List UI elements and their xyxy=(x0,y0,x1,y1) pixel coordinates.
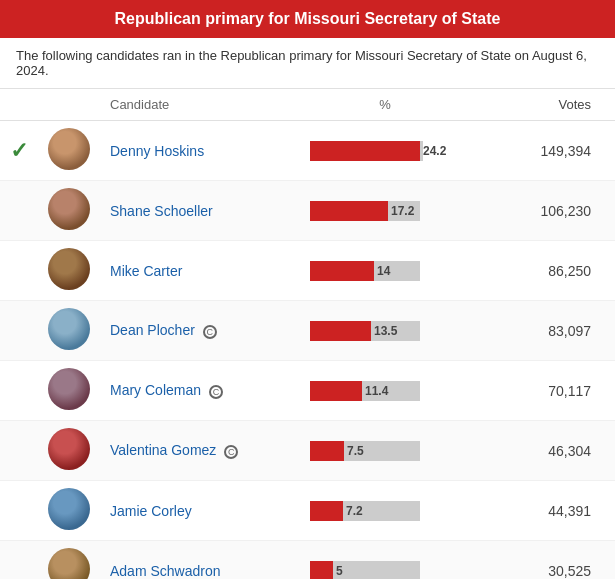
page-header: Republican primary for Missouri Secretar… xyxy=(0,0,615,38)
winner-check-cell xyxy=(0,481,38,541)
pct-cell: 7.2 xyxy=(300,481,470,541)
pct-label: 5 xyxy=(336,564,343,578)
pct-cell: 7.5 xyxy=(300,421,470,481)
votes-cell: 106,230 xyxy=(470,181,615,241)
candidate-name-cell: Dean Plocher C xyxy=(100,301,300,361)
table-row: Mary Coleman C 11.4 70,117 xyxy=(0,361,615,421)
col-header-avatar xyxy=(38,89,100,121)
bar-wrap: 5 xyxy=(310,561,450,580)
pct-cell: 13.5 xyxy=(300,301,470,361)
candidate-name-link[interactable]: Dean Plocher xyxy=(110,322,195,338)
pct-label: 7.5 xyxy=(347,444,364,458)
table-row: Dean Plocher C 13.5 83,097 xyxy=(0,301,615,361)
candidate-name-link[interactable]: Mike Carter xyxy=(110,263,182,279)
bar-red xyxy=(310,561,333,580)
header-title: Republican primary for Missouri Secretar… xyxy=(115,10,501,27)
bar-wrap: 7.2 xyxy=(310,501,450,521)
candidate-name-cell: Mike Carter xyxy=(100,241,300,301)
candidate-avatar-cell xyxy=(38,481,100,541)
votes-cell: 149,394 xyxy=(470,121,615,181)
candidate-name-cell: Shane Schoeller xyxy=(100,181,300,241)
pct-label: 11.4 xyxy=(365,384,388,398)
bar-gray: 7.2 xyxy=(343,501,420,521)
avatar xyxy=(48,128,90,170)
table-row: Adam Schwadron 5 30,525 xyxy=(0,541,615,580)
pct-label: 17.2 xyxy=(391,204,414,218)
bar-wrap: 17.2 xyxy=(310,201,450,221)
bar-gray: 17.2 xyxy=(388,201,420,221)
candidate-name-cell: Denny Hoskins xyxy=(100,121,300,181)
candidate-name-cell: Jamie Corley xyxy=(100,481,300,541)
candidate-name-cell: Adam Schwadron xyxy=(100,541,300,580)
avatar xyxy=(48,488,90,530)
votes-cell: 46,304 xyxy=(470,421,615,481)
winner-check-cell xyxy=(0,541,38,580)
incumbent-icon: C xyxy=(203,325,217,339)
bar-red xyxy=(310,201,388,221)
winner-check-cell xyxy=(0,181,38,241)
pct-cell: 17.2 xyxy=(300,181,470,241)
avatar xyxy=(48,548,90,579)
candidate-avatar-cell xyxy=(38,181,100,241)
bar-wrap: 24.2 xyxy=(310,141,450,161)
bar-gray: 5 xyxy=(333,561,420,580)
candidate-name-cell: Mary Coleman C xyxy=(100,361,300,421)
bar-wrap: 11.4 xyxy=(310,381,450,401)
pct-label: 13.5 xyxy=(374,324,397,338)
bar-gray: 24.2 xyxy=(420,141,423,161)
results-table: Candidate % Votes ✓Denny Hoskins 24.2 14… xyxy=(0,89,615,579)
avatar xyxy=(48,428,90,470)
candidate-avatar-cell xyxy=(38,541,100,580)
bar-red xyxy=(310,381,362,401)
votes-cell: 83,097 xyxy=(470,301,615,361)
candidate-name-cell: Valentina Gomez C xyxy=(100,421,300,481)
bar-gray: 11.4 xyxy=(362,381,420,401)
bar-gray: 13.5 xyxy=(371,321,420,341)
candidate-avatar-cell xyxy=(38,121,100,181)
pct-label: 24.2 xyxy=(423,144,446,158)
bar-gray: 14 xyxy=(374,261,420,281)
candidate-name-link[interactable]: Adam Schwadron xyxy=(110,563,221,579)
col-header-candidate: Candidate xyxy=(100,89,300,121)
bar-wrap: 13.5 xyxy=(310,321,450,341)
candidate-name-link[interactable]: Shane Schoeller xyxy=(110,203,213,219)
page-description: The following candidates ran in the Repu… xyxy=(0,38,615,89)
winner-check-cell xyxy=(0,241,38,301)
table-row: Shane Schoeller 17.2 106,230 xyxy=(0,181,615,241)
table-row: Valentina Gomez C 7.5 46,304 xyxy=(0,421,615,481)
candidate-name-link[interactable]: Mary Coleman xyxy=(110,382,201,398)
candidate-avatar-cell xyxy=(38,361,100,421)
votes-cell: 30,525 xyxy=(470,541,615,580)
pct-cell: 5 xyxy=(300,541,470,580)
col-header-check xyxy=(0,89,38,121)
winner-check-cell: ✓ xyxy=(0,121,38,181)
pct-cell: 24.2 xyxy=(300,121,470,181)
bar-wrap: 7.5 xyxy=(310,441,450,461)
pct-cell: 14 xyxy=(300,241,470,301)
bar-gray: 7.5 xyxy=(344,441,420,461)
pct-label: 14 xyxy=(377,264,390,278)
candidate-name-link[interactable]: Denny Hoskins xyxy=(110,143,204,159)
candidate-avatar-cell xyxy=(38,421,100,481)
winner-checkmark: ✓ xyxy=(10,138,28,163)
pct-label: 7.2 xyxy=(346,504,363,518)
winner-check-cell xyxy=(0,301,38,361)
bar-red xyxy=(310,441,344,461)
incumbent-icon: C xyxy=(209,385,223,399)
bar-red xyxy=(310,501,343,521)
avatar xyxy=(48,248,90,290)
votes-cell: 70,117 xyxy=(470,361,615,421)
votes-cell: 44,391 xyxy=(470,481,615,541)
candidate-name-link[interactable]: Valentina Gomez xyxy=(110,442,216,458)
candidate-avatar-cell xyxy=(38,241,100,301)
table-row: ✓Denny Hoskins 24.2 149,394 xyxy=(0,121,615,181)
col-header-votes: Votes xyxy=(470,89,615,121)
winner-check-cell xyxy=(0,421,38,481)
bar-red xyxy=(310,321,371,341)
votes-cell: 86,250 xyxy=(470,241,615,301)
bar-red xyxy=(310,261,374,281)
bar-red xyxy=(310,141,420,161)
candidate-name-link[interactable]: Jamie Corley xyxy=(110,503,192,519)
bar-wrap: 14 xyxy=(310,261,450,281)
table-row: Mike Carter 14 86,250 xyxy=(0,241,615,301)
